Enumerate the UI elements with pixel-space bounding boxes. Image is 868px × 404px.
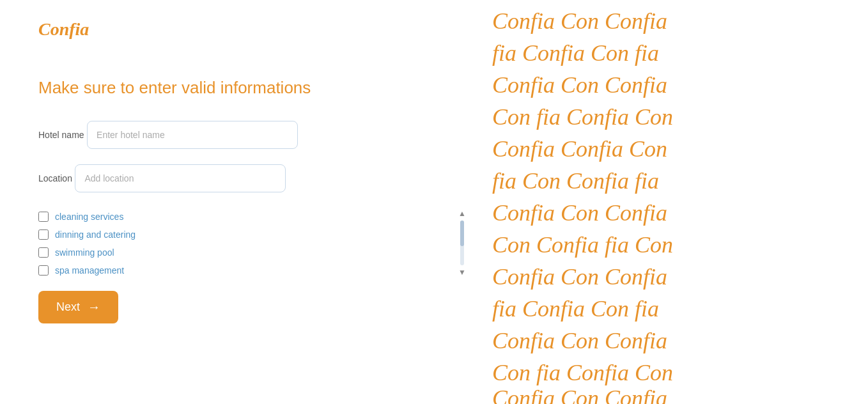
scrollbar-thumb <box>460 221 464 246</box>
hotel-name-field: Hotel name <box>38 121 454 164</box>
svg-text:fia Confia Con fia: fia Confia Con fia <box>492 40 659 66</box>
service-item-pool[interactable]: swimming pool <box>38 244 136 261</box>
service-item-cleaning[interactable]: cleaning services <box>38 208 136 226</box>
services-container: cleaning servicesdinning and cateringswi… <box>38 208 454 278</box>
hotel-name-input[interactable] <box>87 121 298 149</box>
checkbox-dining[interactable] <box>38 229 49 240</box>
svg-text:Confia Con Confia: Confia Con Confia <box>492 200 667 226</box>
location-field: Location <box>38 164 454 208</box>
svg-text:Confia Con Confia: Confia Con Confia <box>492 385 667 404</box>
pattern-svg: Confia Con Confia fia Confia Con fia Con… <box>492 0 868 404</box>
next-button-label: Next <box>56 300 80 314</box>
hotel-name-label: Hotel name <box>38 130 84 140</box>
next-button[interactable]: Next → <box>38 291 118 323</box>
scroll-down-icon[interactable]: ▼ <box>458 268 466 277</box>
scrollbar-track <box>460 221 464 265</box>
scroll-indicator: ▲ ▼ <box>458 208 467 278</box>
left-panel: Confia Make sure to enter valid informat… <box>0 0 492 404</box>
page-heading: Make sure to enter valid informations <box>38 78 454 98</box>
location-input[interactable] <box>75 164 286 192</box>
arrow-right-icon: → <box>88 300 100 315</box>
label-pool: swimming pool <box>55 247 114 258</box>
service-item-dining[interactable]: dinning and catering <box>38 226 136 244</box>
svg-text:fia Con Confia fia: fia Con Confia fia <box>492 168 659 194</box>
svg-text:Confia Con Confia: Confia Con Confia <box>492 72 667 98</box>
logo: Confia <box>38 19 454 40</box>
svg-text:fia Confia Con fia: fia Confia Con fia <box>492 296 659 322</box>
label-cleaning: cleaning services <box>55 212 123 222</box>
svg-text:Confia Confia Con: Confia Confia Con <box>492 136 667 162</box>
background-pattern: Confia Con Confia fia Confia Con fia Con… <box>492 0 868 404</box>
scroll-up-icon[interactable]: ▲ <box>458 209 466 218</box>
label-spa: spa management <box>55 265 124 276</box>
svg-text:Confia Con Confia: Confia Con Confia <box>492 264 667 290</box>
svg-text:Confia Con Confia: Confia Con Confia <box>492 8 667 34</box>
service-item-spa[interactable]: spa management <box>38 261 136 278</box>
logo-text: Confia <box>38 19 89 39</box>
svg-text:Con Confia fia Con: Con Confia fia Con <box>492 232 673 258</box>
svg-text:Confia Con Confia: Confia Con Confia <box>492 328 667 354</box>
checkbox-spa[interactable] <box>38 265 49 276</box>
location-label: Location <box>38 173 72 183</box>
label-dining: dinning and catering <box>55 229 136 240</box>
right-panel: Confia Con Confia fia Confia Con fia Con… <box>492 0 868 404</box>
checkbox-cleaning[interactable] <box>38 212 49 222</box>
checkbox-pool[interactable] <box>38 247 49 258</box>
svg-text:Con fia Confia Con: Con fia Confia Con <box>492 360 673 385</box>
services-list: cleaning servicesdinning and cateringswi… <box>38 208 142 278</box>
svg-text:Con fia Confia Con: Con fia Confia Con <box>492 104 673 130</box>
